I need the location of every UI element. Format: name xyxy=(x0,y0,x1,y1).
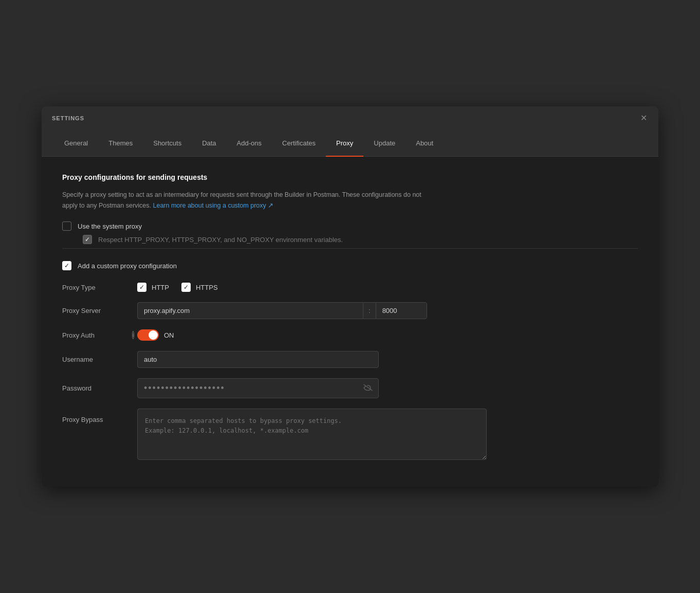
https-checkbox[interactable]: ✓ xyxy=(181,283,191,292)
colon-separator: : xyxy=(363,302,376,319)
tab-data[interactable]: Data xyxy=(192,130,226,156)
username-label: Username xyxy=(62,356,129,363)
settings-window: SETTINGS ✕ General Themes Shortcuts Data… xyxy=(42,106,658,487)
learn-more-link[interactable]: Learn more about using a custom proxy ↗ xyxy=(153,202,273,209)
password-input[interactable] xyxy=(137,378,379,398)
proxy-auth-label: Proxy Auth xyxy=(62,331,129,339)
proxy-bypass-textarea[interactable] xyxy=(137,409,487,460)
info-icon[interactable]: i xyxy=(132,331,134,339)
toggle-knob xyxy=(149,330,158,340)
respect-env-row: ✓ Respect HTTP_PROXY, HTTPS_PROXY, and N… xyxy=(83,235,638,244)
username-row: Username xyxy=(62,351,638,368)
tab-certificates[interactable]: Certificates xyxy=(272,130,326,156)
password-label: Password xyxy=(62,384,129,392)
use-system-proxy-label: Use the system proxy xyxy=(78,223,142,230)
proxy-type-row: Proxy Type ✓ HTTP ✓ HTTPS xyxy=(62,283,638,292)
titlebar: SETTINGS ✕ xyxy=(42,106,658,130)
proxy-server-row: Proxy Server : xyxy=(62,302,638,319)
http-label: HTTP xyxy=(152,284,169,291)
window-title: SETTINGS xyxy=(52,115,84,121)
use-system-proxy-row: Use the system proxy xyxy=(62,221,638,231)
proxy-server-inputs: : xyxy=(137,302,427,319)
add-custom-proxy-row: ✓ Add a custom proxy configuration xyxy=(62,261,638,270)
checkmark-icon: ✓ xyxy=(64,263,69,269)
respect-env-checkbox[interactable]: ✓ xyxy=(83,235,92,244)
close-button[interactable]: ✕ xyxy=(639,114,648,123)
proxy-auth-toggle[interactable] xyxy=(137,329,159,341)
proxy-auth-row: Proxy Auth i ON xyxy=(62,329,638,341)
tab-addons[interactable]: Add-ons xyxy=(227,130,272,156)
proxy-auth-on-label: ON xyxy=(164,331,174,339)
nav-tabs: General Themes Shortcuts Data Add-ons Ce… xyxy=(42,130,658,157)
tab-proxy[interactable]: Proxy xyxy=(326,130,363,156)
checkmark-icon: ✓ xyxy=(183,284,189,290)
proxy-server-label: Proxy Server xyxy=(62,307,129,314)
https-option: ✓ HTTPS xyxy=(181,283,218,292)
tab-update[interactable]: Update xyxy=(363,130,406,156)
add-custom-proxy-label: Add a custom proxy configuration xyxy=(78,262,177,270)
http-checkbox[interactable]: ✓ xyxy=(137,283,146,292)
checkmark-icon: ✓ xyxy=(139,284,144,290)
password-row: Password xyxy=(62,378,638,398)
tab-shortcuts[interactable]: Shortcuts xyxy=(143,130,192,156)
use-system-proxy-checkbox[interactable] xyxy=(62,221,71,231)
proxy-type-options: ✓ HTTP ✓ HTTPS xyxy=(137,283,218,292)
tab-general[interactable]: General xyxy=(54,130,98,156)
proxy-bypass-row: Proxy Bypass xyxy=(62,409,638,460)
proxy-auth-toggle-container: ON xyxy=(137,329,174,341)
password-input-wrap xyxy=(137,378,379,398)
username-input[interactable] xyxy=(137,351,379,368)
section-description: Specify a proxy setting to act as an int… xyxy=(62,190,422,212)
add-custom-proxy-checkbox[interactable]: ✓ xyxy=(62,261,71,270)
https-label: HTTPS xyxy=(196,284,218,291)
tab-themes[interactable]: Themes xyxy=(98,130,143,156)
eye-icon[interactable] xyxy=(363,384,373,393)
http-option: ✓ HTTP xyxy=(137,283,169,292)
proxy-server-input[interactable] xyxy=(137,302,363,319)
proxy-auth-label-group: Proxy Auth i xyxy=(62,331,129,339)
proxy-content: Proxy configurations for sending request… xyxy=(42,157,658,487)
proxy-bypass-label: Proxy Bypass xyxy=(62,416,129,423)
tab-about[interactable]: About xyxy=(406,130,444,156)
checkmark-icon: ✓ xyxy=(85,236,90,243)
proxy-form: Proxy Type ✓ HTTP ✓ HTTPS xyxy=(62,283,638,460)
proxy-type-label: Proxy Type xyxy=(62,284,129,291)
section-title: Proxy configurations for sending request… xyxy=(62,173,638,181)
respect-env-label: Respect HTTP_PROXY, HTTPS_PROXY, and NO_… xyxy=(98,236,343,244)
proxy-port-input[interactable] xyxy=(376,302,427,319)
divider xyxy=(62,248,638,249)
